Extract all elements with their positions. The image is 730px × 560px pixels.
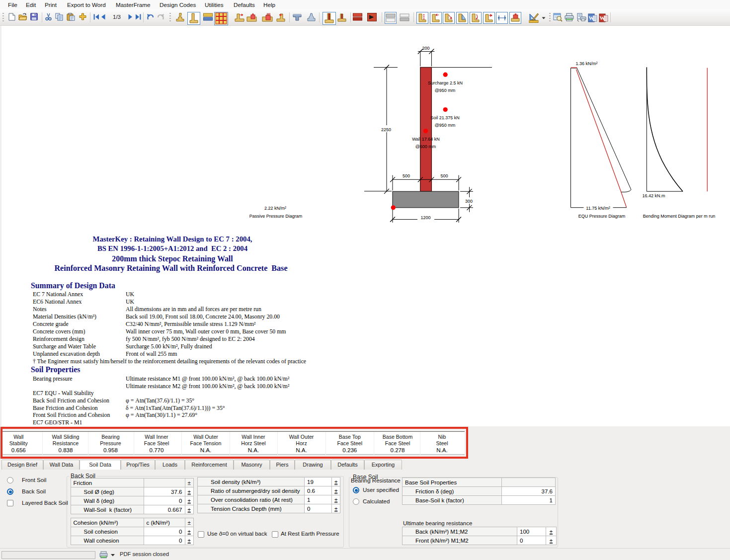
- svg-text:Bending Moment Diagram per m r: Bending Moment Diagram per m run: [643, 214, 716, 219]
- svg-text:1200: 1200: [420, 215, 430, 220]
- svg-text:@950 mm: @950 mm: [435, 88, 456, 93]
- svg-text:Soil 21.375 kN: Soil 21.375 kN: [430, 115, 460, 120]
- svg-text:1.36 kN/m²: 1.36 kN/m²: [575, 61, 597, 66]
- svg-text:Surcharge 2.5 kN: Surcharge 2.5 kN: [428, 80, 463, 85]
- svg-text:500: 500: [440, 173, 448, 178]
- svg-text:@600 mm: @600 mm: [415, 144, 436, 149]
- svg-text:500: 500: [403, 173, 410, 178]
- svg-text:Wall 17.64 kN: Wall 17.64 kN: [412, 137, 440, 142]
- svg-text:@950 mm: @950 mm: [435, 123, 456, 128]
- svg-text:16.42 kN.m: 16.42 kN.m: [643, 193, 665, 198]
- svg-text:2250: 2250: [381, 127, 391, 132]
- svg-text:300: 300: [465, 199, 473, 204]
- svg-text:EQU Pressure Diagram: EQU Pressure Diagram: [578, 214, 626, 219]
- svg-text:2.22 kN/m²: 2.22 kN/m²: [264, 206, 286, 211]
- svg-text:200: 200: [422, 46, 430, 51]
- svg-text:Passive Pressure Diagram: Passive Pressure Diagram: [249, 214, 303, 219]
- svg-text:11.75 kN/m²: 11.75 kN/m²: [586, 206, 610, 211]
